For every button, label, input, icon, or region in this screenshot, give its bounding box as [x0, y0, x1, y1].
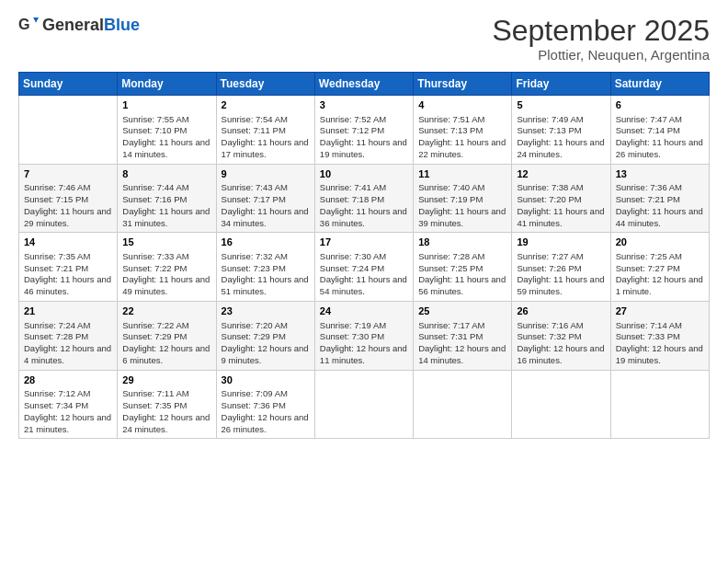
cell-1-0: 7Sunrise: 7:46 AMSunset: 7:15 PMDaylight… [19, 164, 118, 233]
cell-info: Sunrise: 7:51 AMSunset: 7:13 PMDaylight:… [418, 114, 506, 161]
col-friday: Friday [512, 73, 610, 96]
cell-date-number: 28 [24, 373, 112, 387]
cell-info: Sunrise: 7:17 AMSunset: 7:31 PMDaylight:… [418, 320, 506, 367]
cell-info: Sunrise: 7:54 AMSunset: 7:11 PMDaylight:… [222, 114, 310, 161]
cell-info: Sunrise: 7:46 AMSunset: 7:15 PMDaylight:… [24, 182, 112, 229]
cell-4-1: 29Sunrise: 7:11 AMSunset: 7:35 PMDayligh… [118, 370, 216, 439]
cell-0-0 [19, 96, 118, 165]
cell-3-2: 23Sunrise: 7:20 AMSunset: 7:29 PMDayligh… [216, 302, 314, 371]
cell-1-4: 11Sunrise: 7:40 AMSunset: 7:19 PMDayligh… [414, 164, 512, 233]
cell-date-number: 12 [517, 167, 605, 181]
cell-info: Sunrise: 7:20 AMSunset: 7:29 PMDaylight:… [222, 320, 310, 367]
col-sunday: Sunday [19, 73, 118, 96]
cell-1-1: 8Sunrise: 7:44 AMSunset: 7:16 PMDaylight… [118, 164, 216, 233]
cell-0-2: 2Sunrise: 7:54 AMSunset: 7:11 PMDaylight… [216, 96, 314, 165]
cell-date-number: 11 [418, 167, 506, 181]
cell-date-number: 14 [24, 236, 112, 249]
week-row-0: 1Sunrise: 7:55 AMSunset: 7:10 PMDaylight… [19, 96, 710, 165]
calendar-header-row: Sunday Monday Tuesday Wednesday Thursday… [19, 73, 710, 96]
cell-2-1: 15Sunrise: 7:33 AMSunset: 7:22 PMDayligh… [118, 233, 216, 302]
cell-1-3: 10Sunrise: 7:41 AMSunset: 7:18 PMDayligh… [314, 164, 413, 233]
cell-4-2: 30Sunrise: 7:09 AMSunset: 7:36 PMDayligh… [216, 370, 314, 439]
title-block: September 2025 Plottier, Neuquen, Argent… [492, 15, 710, 63]
cell-2-5: 19Sunrise: 7:27 AMSunset: 7:26 PMDayligh… [512, 233, 610, 302]
logo-blue: Blue [104, 16, 140, 34]
cell-info: Sunrise: 7:19 AMSunset: 7:30 PMDaylight:… [320, 320, 408, 367]
cell-4-3 [314, 370, 413, 439]
cell-info: Sunrise: 7:52 AMSunset: 7:12 PMDaylight:… [320, 114, 408, 161]
cell-3-0: 21Sunrise: 7:24 AMSunset: 7:28 PMDayligh… [19, 302, 118, 371]
logo-general: General [42, 16, 104, 34]
cell-info: Sunrise: 7:16 AMSunset: 7:32 PMDaylight:… [517, 320, 605, 367]
cell-date-number: 15 [122, 236, 210, 249]
cell-2-6: 20Sunrise: 7:25 AMSunset: 7:27 PMDayligh… [610, 233, 709, 302]
cell-info: Sunrise: 7:49 AMSunset: 7:13 PMDaylight:… [517, 114, 605, 161]
cell-date-number: 24 [320, 304, 408, 318]
col-saturday: Saturday [610, 73, 709, 96]
cell-info: Sunrise: 7:40 AMSunset: 7:19 PMDaylight:… [418, 182, 506, 229]
cell-date-number: 21 [24, 304, 112, 318]
cell-2-0: 14Sunrise: 7:35 AMSunset: 7:21 PMDayligh… [19, 233, 118, 302]
cell-date-number: 19 [517, 236, 605, 249]
cell-date-number: 5 [517, 98, 605, 112]
svg-text:G: G [18, 16, 30, 32]
cell-info: Sunrise: 7:27 AMSunset: 7:26 PMDaylight:… [517, 251, 605, 298]
cell-date-number: 2 [222, 98, 310, 112]
cell-3-4: 25Sunrise: 7:17 AMSunset: 7:31 PMDayligh… [414, 302, 512, 371]
cell-date-number: 26 [517, 304, 605, 318]
col-tuesday: Tuesday [216, 73, 314, 96]
week-row-1: 7Sunrise: 7:46 AMSunset: 7:15 PMDaylight… [19, 164, 710, 233]
cell-2-2: 16Sunrise: 7:32 AMSunset: 7:23 PMDayligh… [216, 233, 314, 302]
cell-info: Sunrise: 7:11 AMSunset: 7:35 PMDaylight:… [122, 388, 210, 435]
cell-date-number: 1 [122, 98, 210, 112]
week-row-2: 14Sunrise: 7:35 AMSunset: 7:21 PMDayligh… [19, 233, 710, 302]
cell-date-number: 13 [616, 167, 704, 181]
cell-1-5: 12Sunrise: 7:38 AMSunset: 7:20 PMDayligh… [512, 164, 610, 233]
svg-marker-1 [33, 17, 39, 23]
cell-date-number: 18 [418, 236, 506, 249]
cell-info: Sunrise: 7:24 AMSunset: 7:28 PMDaylight:… [24, 320, 112, 367]
cell-4-6 [610, 370, 709, 439]
page: G GeneralBlue September 2025 Plottier, N… [0, 0, 728, 563]
cell-0-4: 4Sunrise: 7:51 AMSunset: 7:13 PMDaylight… [414, 96, 512, 165]
cell-4-0: 28Sunrise: 7:12 AMSunset: 7:34 PMDayligh… [19, 370, 118, 439]
cell-4-5 [512, 370, 610, 439]
cell-info: Sunrise: 7:22 AMSunset: 7:29 PMDaylight:… [122, 320, 210, 367]
cell-info: Sunrise: 7:44 AMSunset: 7:16 PMDaylight:… [122, 182, 210, 229]
cell-info: Sunrise: 7:36 AMSunset: 7:21 PMDaylight:… [616, 182, 704, 229]
cell-info: Sunrise: 7:35 AMSunset: 7:21 PMDaylight:… [24, 251, 112, 298]
cell-date-number: 22 [122, 304, 210, 318]
cell-info: Sunrise: 7:30 AMSunset: 7:24 PMDaylight:… [320, 251, 408, 298]
cell-info: Sunrise: 7:32 AMSunset: 7:23 PMDaylight:… [222, 251, 310, 298]
cell-date-number: 3 [320, 98, 408, 112]
cell-info: Sunrise: 7:25 AMSunset: 7:27 PMDaylight:… [616, 251, 704, 298]
col-wednesday: Wednesday [314, 73, 413, 96]
cell-0-5: 5Sunrise: 7:49 AMSunset: 7:13 PMDaylight… [512, 96, 610, 165]
cell-date-number: 25 [418, 304, 506, 318]
cell-info: Sunrise: 7:28 AMSunset: 7:25 PMDaylight:… [418, 251, 506, 298]
logo-icon: G [18, 15, 39, 35]
cell-1-2: 9Sunrise: 7:43 AMSunset: 7:17 PMDaylight… [216, 164, 314, 233]
col-thursday: Thursday [414, 73, 512, 96]
cell-date-number: 9 [222, 167, 310, 181]
cell-date-number: 4 [418, 98, 506, 112]
header: G GeneralBlue September 2025 Plottier, N… [18, 15, 710, 63]
cell-3-5: 26Sunrise: 7:16 AMSunset: 7:32 PMDayligh… [512, 302, 610, 371]
cell-0-6: 6Sunrise: 7:47 AMSunset: 7:14 PMDaylight… [610, 96, 709, 165]
week-row-4: 28Sunrise: 7:12 AMSunset: 7:34 PMDayligh… [19, 370, 710, 439]
cell-date-number: 6 [616, 98, 704, 112]
cell-info: Sunrise: 7:47 AMSunset: 7:14 PMDaylight:… [616, 114, 704, 161]
cell-info: Sunrise: 7:09 AMSunset: 7:36 PMDaylight:… [222, 388, 310, 435]
cell-1-6: 13Sunrise: 7:36 AMSunset: 7:21 PMDayligh… [610, 164, 709, 233]
cell-date-number: 29 [122, 373, 210, 387]
cell-3-1: 22Sunrise: 7:22 AMSunset: 7:29 PMDayligh… [118, 302, 216, 371]
cell-3-6: 27Sunrise: 7:14 AMSunset: 7:33 PMDayligh… [610, 302, 709, 371]
cell-info: Sunrise: 7:55 AMSunset: 7:10 PMDaylight:… [122, 114, 210, 161]
cell-info: Sunrise: 7:33 AMSunset: 7:22 PMDaylight:… [122, 251, 210, 298]
cell-date-number: 10 [320, 167, 408, 181]
cell-2-4: 18Sunrise: 7:28 AMSunset: 7:25 PMDayligh… [414, 233, 512, 302]
cell-2-3: 17Sunrise: 7:30 AMSunset: 7:24 PMDayligh… [314, 233, 413, 302]
cell-4-4 [414, 370, 512, 439]
calendar-table: Sunday Monday Tuesday Wednesday Thursday… [18, 72, 710, 439]
cell-info: Sunrise: 7:12 AMSunset: 7:34 PMDaylight:… [24, 388, 112, 435]
